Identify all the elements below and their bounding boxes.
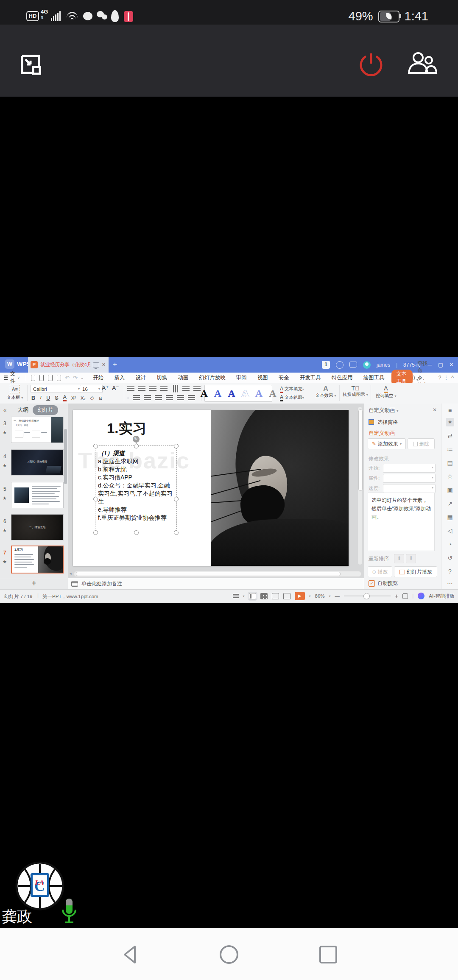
- slide-canvas[interactable]: The bazic 1.实习 ↻ （1）渠道: [73, 410, 349, 566]
- columns-icon[interactable]: [193, 386, 201, 392]
- zoom-level[interactable]: 86%: [315, 593, 325, 599]
- align-text-icon[interactable]: [182, 386, 190, 392]
- help-icon[interactable]: ?: [438, 375, 441, 381]
- rotate-handle-icon[interactable]: ↻: [133, 436, 140, 443]
- menu-animation[interactable]: 动画: [178, 374, 188, 381]
- participants-icon[interactable]: [406, 51, 438, 75]
- menu-design[interactable]: 设计: [135, 374, 146, 381]
- strikethrough-button[interactable]: S: [55, 395, 58, 401]
- nav-back-button[interactable]: [120, 944, 142, 966]
- horizontal-scrollbar[interactable]: [74, 571, 361, 577]
- panel-close-icon[interactable]: ✕: [433, 407, 437, 413]
- slideshow-play-button[interactable]: 幻灯片播放: [394, 566, 437, 577]
- audio-icon[interactable]: ◁: [446, 526, 454, 535]
- zoom-in-icon[interactable]: +: [395, 593, 398, 599]
- resize-handle[interactable]: [93, 530, 98, 535]
- collapse-panel-icon[interactable]: «: [3, 407, 6, 413]
- play-slideshow-button[interactable]: ▶: [295, 592, 305, 600]
- paragraph-spacing-icon[interactable]: [188, 395, 195, 401]
- wordart-gallery[interactable]: A A A A A A: [204, 385, 272, 402]
- auto-preview-checkbox[interactable]: ✓ 自动预览: [369, 580, 398, 587]
- redo-icon[interactable]: ↷: [73, 375, 78, 381]
- cloze-button[interactable]: A 挖词填空 ▾: [374, 385, 398, 399]
- increase-indent-icon[interactable]: [160, 386, 168, 392]
- font-size-select[interactable]: 16▾: [80, 385, 103, 393]
- resize-handle[interactable]: [93, 444, 98, 448]
- quickbar-more-icon[interactable]: ⌄: [81, 376, 84, 380]
- print-icon[interactable]: [48, 375, 52, 381]
- textbox-body[interactable]: （1）渠道 a.应届生求职网 b.前程无忧 c.实习僧APP d.公众号：金融早…: [98, 449, 175, 522]
- resize-handle[interactable]: [174, 444, 179, 448]
- play-button[interactable]: ⊙播放: [368, 566, 392, 577]
- notes-bar[interactable]: 单击此处添加备注: [68, 578, 364, 589]
- nav-home-button[interactable]: [218, 944, 240, 966]
- slide4-thumbnail[interactable]: 2.面试：海南银行: [11, 449, 64, 476]
- text-effect-button[interactable]: A 文本效果 ▾: [315, 385, 337, 398]
- panel-scrollbar[interactable]: [64, 429, 67, 484]
- wordart-more-icon[interactable]: ⌄: [273, 390, 276, 395]
- collapse-ribbon-icon[interactable]: ^: [451, 375, 454, 381]
- delete-effect-button[interactable]: 删除: [408, 438, 435, 449]
- help-icon[interactable]: ?: [446, 567, 454, 576]
- tab-close-icon[interactable]: ✕: [102, 362, 106, 368]
- skin-icon[interactable]: [349, 362, 357, 368]
- convert-diagram-button[interactable]: T⃞ 转换成图示 ▾: [343, 385, 368, 398]
- slideshow-view-icon[interactable]: [283, 593, 290, 599]
- resize-handle[interactable]: [174, 530, 179, 535]
- underline-button[interactable]: U: [46, 395, 50, 401]
- resize-handle[interactable]: [93, 497, 98, 501]
- vertical-scrollbar[interactable]: [358, 407, 362, 565]
- normal-view-icon[interactable]: [249, 593, 256, 599]
- chart-icon[interactable]: ◔: [446, 540, 454, 548]
- more-icon[interactable]: ⋯: [446, 579, 454, 587]
- text-outline-button[interactable]: A 文本轮廓▾: [280, 394, 304, 401]
- shrink-screen-icon[interactable]: [19, 53, 42, 76]
- shape-swap-icon[interactable]: ⇄: [446, 432, 454, 440]
- menu-draw-tools[interactable]: 绘图工具: [363, 374, 385, 381]
- numbered-list-icon[interactable]: [138, 386, 145, 392]
- hscroll-left-arrow-icon[interactable]: ◂: [70, 571, 72, 576]
- reorder-up-button[interactable]: ⬆: [394, 554, 404, 563]
- panel-title[interactable]: 自定义动画 ▾: [369, 407, 399, 414]
- save-icon[interactable]: [31, 375, 35, 381]
- nav-recents-button[interactable]: [317, 944, 339, 966]
- menu-slideshow[interactable]: 幻灯片放映: [199, 374, 226, 381]
- font-name-select[interactable]: Calibri▾: [31, 385, 82, 393]
- align-right-icon[interactable]: [144, 395, 151, 401]
- font-color-button[interactable]: A: [63, 394, 67, 401]
- bold-button[interactable]: B: [31, 395, 35, 401]
- speed-select[interactable]: [383, 484, 436, 493]
- menu-review[interactable]: 审阅: [236, 374, 247, 381]
- distribute-icon[interactable]: [166, 395, 173, 401]
- zoom-slider[interactable]: [344, 596, 391, 596]
- power-button-icon[interactable]: [359, 52, 383, 76]
- slide3-thumbnail[interactable]: 一、秋招就业经历概述 1.实习：渠道: [11, 417, 64, 443]
- microphone-volume-icon[interactable]: [61, 898, 77, 927]
- grow-font-button[interactable]: A⁺: [102, 384, 109, 391]
- selected-textbox[interactable]: ↻ （1）渠道 a.应届生求职网 b.前程无忧 c.实: [95, 445, 177, 533]
- italic-button[interactable]: I: [40, 395, 42, 401]
- clear-format-button[interactable]: ◇: [90, 395, 95, 401]
- username[interactable]: james: [377, 362, 390, 368]
- resource-package-icon[interactable]: ▣: [446, 486, 454, 494]
- menu-transition[interactable]: 切换: [156, 374, 167, 381]
- new-tab-button[interactable]: +: [113, 360, 117, 369]
- resize-handle[interactable]: [134, 444, 139, 448]
- resize-handle[interactable]: [134, 530, 139, 535]
- wps-logo[interactable]: W WPS: [5, 359, 31, 369]
- subscript-button[interactable]: X₂: [81, 395, 86, 401]
- phonetic-button[interactable]: ā: [99, 395, 102, 401]
- tab-slides-active[interactable]: 幻灯片: [33, 405, 58, 415]
- image-gallery-icon[interactable]: ▦: [446, 513, 454, 521]
- slide-title[interactable]: 1.实习: [107, 419, 147, 438]
- tab-outline[interactable]: 大纲: [17, 406, 28, 414]
- slide5-thumbnail[interactable]: [11, 482, 64, 508]
- zoom-out-icon[interactable]: —: [335, 593, 340, 599]
- text-fill-button[interactable]: A 文本填充▾: [280, 386, 304, 392]
- user-avatar[interactable]: [363, 361, 371, 369]
- property-select[interactable]: [383, 474, 436, 483]
- export-icon[interactable]: [39, 375, 44, 381]
- slide7-thumbnail-selected[interactable]: 1.实习: [11, 546, 64, 574]
- undo-icon[interactable]: ↶: [65, 375, 70, 381]
- add-effect-button[interactable]: ✎添加效果▾: [368, 438, 406, 449]
